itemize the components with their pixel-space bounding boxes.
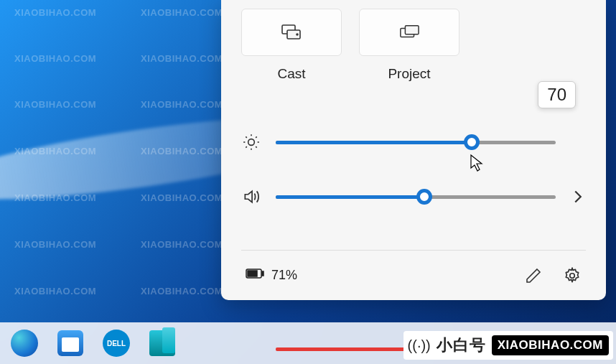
signal-icon: ((·)) — [408, 337, 431, 354]
brightness-tooltip: 70 — [538, 81, 576, 108]
store-app-icon[interactable] — [56, 329, 85, 358]
battery-percent-label: 71% — [271, 268, 297, 283]
dell-app-icon[interactable]: DELL — [102, 329, 131, 358]
edit-button[interactable] — [524, 266, 543, 285]
cast-icon — [281, 22, 302, 42]
volume-expand-button[interactable] — [570, 190, 586, 204]
svg-point-5 — [248, 139, 255, 146]
volume-thumb[interactable] — [416, 189, 432, 205]
speaker-icon — [241, 187, 261, 207]
volume-slider[interactable] — [276, 195, 556, 199]
svg-point-2 — [297, 34, 298, 35]
battery-status[interactable]: 71% — [246, 268, 297, 283]
svg-line-10 — [246, 136, 247, 138]
cast-label: Cast — [277, 66, 305, 82]
svg-line-12 — [246, 146, 247, 148]
watermark-logo: ((·)) 小白号 XIAOBIHAO.COM — [403, 331, 613, 360]
logo-badge: XIAOBIHAO.COM — [492, 335, 609, 355]
brightness-thumb[interactable] — [464, 134, 480, 150]
volume-slider-row — [241, 187, 586, 207]
brightness-slider[interactable] — [276, 141, 556, 144]
brightness-icon — [241, 132, 261, 152]
servers-app-icon[interactable] — [148, 329, 177, 358]
brightness-slider-row — [241, 132, 586, 152]
svg-rect-15 — [262, 271, 263, 276]
svg-rect-4 — [405, 26, 419, 34]
project-icon — [399, 22, 419, 42]
annotation-underline — [276, 347, 419, 351]
panel-footer: 71% — [241, 250, 586, 300]
settings-button[interactable] — [563, 266, 582, 285]
svg-rect-16 — [248, 271, 257, 276]
cast-tile[interactable]: Cast — [241, 9, 342, 82]
battery-icon — [246, 268, 264, 283]
svg-point-17 — [570, 273, 575, 278]
logo-cn-text: 小白号 — [437, 335, 486, 356]
quick-tiles-row: Cast Project — [241, 0, 586, 82]
edge-app-icon[interactable] — [10, 329, 39, 358]
svg-line-11 — [256, 146, 257, 148]
project-label: Project — [388, 66, 430, 82]
svg-line-13 — [256, 136, 257, 138]
quick-settings-panel: Cast Project 70 — [221, 0, 606, 300]
project-tile[interactable]: Project — [359, 9, 459, 82]
